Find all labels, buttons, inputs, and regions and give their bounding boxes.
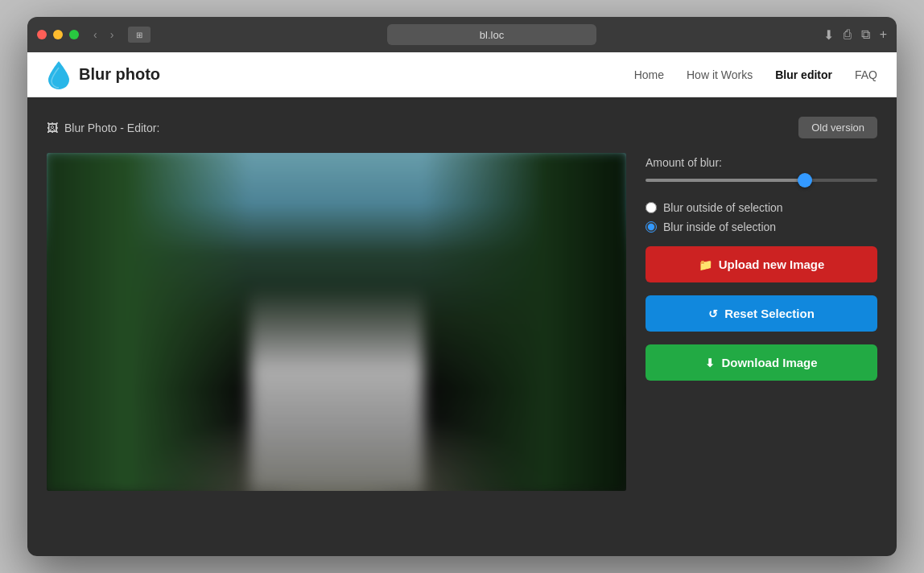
nav-links: Home How it Works Blur editor FAQ: [634, 68, 877, 81]
tabs-icon[interactable]: ⧉: [861, 27, 870, 42]
nav-how-it-works[interactable]: How it Works: [687, 68, 753, 81]
title-bar: ‹ › ⊞ bl.loc ⬇ ⎙ ⧉ +: [27, 17, 897, 52]
logo-area: Blur photo: [47, 60, 160, 90]
minimize-button[interactable]: [53, 30, 63, 39]
editor-body: Amount of blur: Blur outside of selectio…: [47, 153, 877, 537]
download-icon[interactable]: ⬇: [823, 27, 834, 43]
navbar: Blur photo Home How it Works Blur editor…: [27, 52, 897, 97]
radio-inside-label: Blur inside of selection: [663, 221, 776, 233]
slider-wrap[interactable]: [646, 172, 877, 188]
radio-outside-input[interactable]: [646, 202, 657, 213]
traffic-lights: [37, 30, 79, 39]
main-content: 🖼 Blur Photo - Editor: Old version: [27, 97, 897, 556]
upload-label: Upload new Image: [719, 258, 825, 271]
nav-blur-editor[interactable]: Blur editor: [775, 68, 832, 81]
toolbar-icons: ⬇ ⎙ ⧉ +: [823, 27, 887, 43]
blur-label: Amount of blur:: [646, 156, 877, 169]
upload-button[interactable]: 📁 Upload new Image: [646, 246, 877, 282]
blur-slider[interactable]: [646, 179, 877, 182]
upload-icon: 📁: [699, 258, 712, 271]
radio-outside-label: Blur outside of selection: [663, 201, 783, 214]
editor-title-text: Blur Photo - Editor:: [64, 122, 159, 134]
share-icon[interactable]: ⎙: [844, 27, 852, 42]
add-tab-icon[interactable]: +: [880, 27, 887, 42]
browser-window: ‹ › ⊞ bl.loc ⬇ ⎙ ⧉ + Blur photo Home How…: [27, 17, 897, 556]
download-label: Download Image: [721, 356, 817, 369]
reset-button[interactable]: ↺ Reset Selection: [646, 295, 877, 332]
blur-amount-section: Amount of blur:: [646, 156, 877, 188]
controls-panel: Amount of blur: Blur outside of selectio…: [646, 153, 877, 537]
image-canvas[interactable]: [47, 153, 626, 491]
reset-icon: ↺: [708, 307, 718, 320]
nav-home[interactable]: Home: [634, 68, 664, 81]
road-image: [47, 153, 626, 491]
radio-inside-input[interactable]: [646, 221, 657, 233]
editor-title: 🖼 Blur Photo - Editor:: [47, 122, 159, 134]
logo-icon: [47, 60, 71, 90]
address-bar[interactable]: bl.loc: [387, 24, 596, 45]
radio-blur-outside[interactable]: Blur outside of selection: [646, 201, 877, 214]
blur-overlay: [47, 153, 626, 491]
tab-view-button[interactable]: ⊞: [128, 27, 151, 43]
address-bar-wrap: bl.loc: [160, 24, 823, 45]
blur-mode-radio-group: Blur outside of selection Blur inside of…: [646, 201, 877, 233]
url-text: bl.loc: [480, 29, 504, 41]
back-button[interactable]: ‹: [89, 27, 102, 43]
nav-faq[interactable]: FAQ: [855, 68, 877, 81]
nav-arrows: ‹ ›: [89, 27, 118, 43]
radio-blur-inside[interactable]: Blur inside of selection: [646, 221, 877, 233]
download-button[interactable]: ⬇ Download Image: [646, 344, 877, 381]
maximize-button[interactable]: [69, 30, 79, 39]
logo-text: Blur photo: [79, 65, 160, 84]
close-button[interactable]: [37, 30, 47, 39]
old-version-button[interactable]: Old version: [798, 117, 877, 138]
reset-label: Reset Selection: [724, 307, 815, 320]
editor-header: 🖼 Blur Photo - Editor: Old version: [47, 117, 877, 138]
forward-button[interactable]: ›: [105, 27, 119, 43]
editor-icon: 🖼: [47, 122, 58, 134]
download-icon: ⬇: [705, 357, 715, 369]
